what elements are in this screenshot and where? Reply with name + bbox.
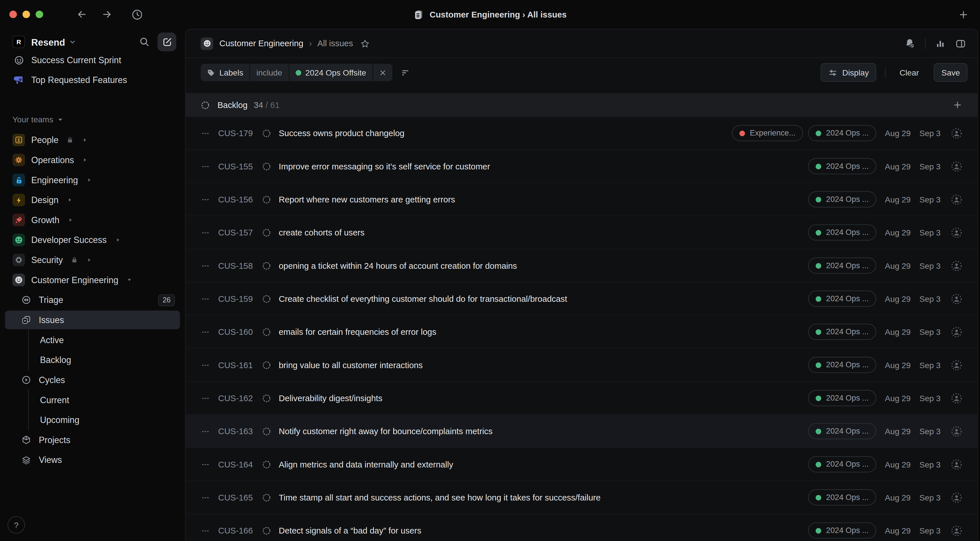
sidebar-team-growth[interactable]: Growth [5,210,180,229]
clear-filters-button[interactable]: Clear [894,68,924,77]
add-issue-plus-icon[interactable] [953,100,963,110]
no-priority-icon[interactable] [200,228,210,237]
assignee-avatar-unassigned[interactable] [951,160,963,172]
filter-operator-segment[interactable]: include [250,64,288,81]
insights-bar-chart-icon[interactable] [935,38,945,49]
close-window-button[interactable] [10,11,17,18]
filter-field-segment[interactable]: Labels [200,64,249,81]
breadcrumb-view[interactable]: All issues [317,39,353,48]
no-priority-icon[interactable] [200,460,210,469]
no-priority-icon[interactable] [200,261,210,270]
help-button[interactable]: ? [8,516,25,533]
filter-remove-button[interactable] [373,64,392,81]
no-priority-icon[interactable] [200,426,210,436]
sidebar-item-top-requested-features[interactable]: Top Requested Features [5,71,180,89]
assignee-avatar-unassigned[interactable] [951,359,963,371]
right-panel-toggle-icon[interactable] [955,38,966,49]
sidebar-item-views[interactable]: Views [5,450,180,469]
chevron-right-icon[interactable] [87,258,92,263]
issue-row-cus-166[interactable]: CUS-166 Detect signals of a “bad day” fo… [186,514,977,541]
add-filter-icon[interactable] [400,68,410,77]
sidebar-item-success-current-sprint[interactable]: Success Current Sprint [5,56,180,70]
assignee-avatar-unassigned[interactable] [951,392,963,404]
issue-row-cus-165[interactable]: CUS-165 Time stamp all start and success… [186,481,977,514]
breadcrumb-team[interactable]: Customer Engineering [220,39,303,48]
backlog-status-icon[interactable] [262,493,271,502]
chevron-right-icon[interactable] [68,217,73,222]
minimize-window-button[interactable] [22,11,30,18]
backlog-status-icon[interactable] [262,327,271,337]
label-chip-2024-ops[interactable]: 2024 Ops ... [808,125,876,141]
favorite-star-icon[interactable] [360,38,370,49]
sidebar-item-active[interactable]: Active [5,331,180,349]
sidebar-item-triage[interactable]: Triage 26 [5,291,180,309]
backlog-status-icon[interactable] [262,294,271,304]
assignee-avatar-unassigned[interactable] [951,326,963,338]
backlog-status-icon[interactable] [262,460,271,469]
no-priority-icon[interactable] [200,161,210,171]
search-icon[interactable] [139,36,150,48]
no-priority-icon[interactable] [200,327,210,337]
label-chip-2024-ops[interactable]: 2024 Ops ... [808,291,876,307]
chevron-right-icon[interactable] [82,138,87,142]
assignee-avatar-unassigned[interactable] [951,259,963,271]
sidebar-item-cycles[interactable]: Cycles [5,371,180,389]
sidebar-team-operations[interactable]: Operations [5,151,180,169]
chevron-down-icon[interactable] [127,277,132,282]
sidebar-team-developer-success[interactable]: Developer Success [5,231,180,249]
your-teams-header[interactable]: Your teams [0,115,185,124]
save-view-button[interactable]: Save [934,63,968,82]
compose-issue-button[interactable] [158,32,176,51]
chevron-right-icon[interactable] [67,197,72,202]
back-button[interactable] [76,9,88,20]
issue-row-cus-159[interactable]: CUS-159 Create checklist of everything c… [186,283,977,316]
no-priority-icon[interactable] [200,493,210,502]
sidebar-item-backlog[interactable]: Backlog [5,351,180,369]
no-priority-icon[interactable] [200,294,210,304]
label-chip-2024-ops[interactable]: 2024 Ops ... [808,356,876,373]
label-chip-2024-ops[interactable]: 2024 Ops ... [808,324,876,340]
issue-row-cus-157[interactable]: CUS-157 create cohorts of users 2024 Ops… [186,216,977,249]
no-priority-icon[interactable] [200,393,210,403]
sidebar-team-people[interactable]: People [5,130,180,149]
assignee-avatar-unassigned[interactable] [951,293,963,304]
sidebar-item-current[interactable]: Current [5,390,180,409]
sidebar-team-design[interactable]: Design [5,191,180,209]
backlog-status-icon[interactable] [262,228,271,237]
backlog-status-icon[interactable] [262,195,271,204]
backlog-status-icon[interactable] [262,261,271,270]
no-priority-icon[interactable] [200,128,210,138]
label-chip-2024-ops[interactable]: 2024 Ops ... [808,390,876,406]
label-chip-2024-ops[interactable]: 2024 Ops ... [808,423,876,439]
no-priority-icon[interactable] [200,195,210,204]
new-tab-plus-icon[interactable] [958,9,969,20]
sidebar-item-issues[interactable]: Issues [5,310,180,329]
label-chip-2024-ops[interactable]: 2024 Ops ... [808,522,876,539]
assignee-avatar-unassigned[interactable] [951,425,963,437]
issue-row-cus-161[interactable]: CUS-161 bring value to all customer inte… [186,348,977,382]
workspace-name[interactable]: Resend [31,37,65,47]
backlog-status-icon[interactable] [262,360,271,369]
chevron-right-icon[interactable] [83,158,88,162]
filter-value-segment[interactable]: 2024 Ops Offsite [289,64,372,81]
zoom-window-button[interactable] [36,11,43,18]
issue-row-cus-155[interactable]: CUS-155 Improve error messaging so it’s … [186,150,977,183]
sidebar-team-customer-engineering[interactable]: Customer Engineering [5,270,180,289]
label-chip-2024-ops[interactable]: 2024 Ops ... [808,191,876,208]
backlog-status-icon[interactable] [262,426,271,436]
notification-subscribed-bell-icon[interactable] [904,38,915,49]
issue-row-cus-162[interactable]: CUS-162 Deliverability digest/insights 2… [186,382,977,415]
history-icon[interactable] [131,8,143,20]
sidebar-team-engineering[interactable]: Engineering [5,170,180,189]
display-options-button[interactable]: Display [820,63,876,82]
label-chip-2024-ops[interactable]: 2024 Ops ... [808,489,876,506]
no-priority-icon[interactable] [200,526,210,535]
issue-row-cus-179[interactable]: CUS-179 Success owns product changelog E… [186,117,977,150]
label-chip-2024-ops[interactable]: 2024 Ops ... [808,224,876,241]
assignee-avatar-unassigned[interactable] [951,227,963,238]
issue-row-cus-163[interactable]: CUS-163 Notify customer right away for b… [186,415,977,448]
issue-row-cus-164[interactable]: CUS-164 Align metrics and data internall… [186,448,977,481]
backlog-status-icon[interactable] [262,393,271,403]
chevron-right-icon[interactable] [116,237,120,242]
issue-row-cus-156[interactable]: CUS-156 Report where new customers are g… [186,183,977,216]
